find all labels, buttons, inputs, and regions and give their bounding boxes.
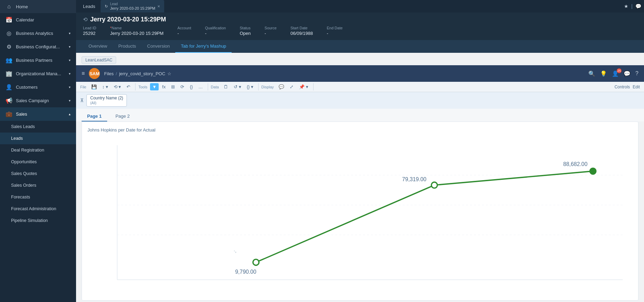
config-icon: ⚙ xyxy=(6,43,12,50)
sidebar: ⌂ Home 📅 Calendar ◎ Business Analytics ▾… xyxy=(0,0,76,302)
sac-path-file[interactable]: jerry_covid_story_POC xyxy=(119,71,165,76)
display-group-label: Display xyxy=(261,85,274,89)
formula-button[interactable]: fx xyxy=(160,83,168,90)
filter-expand-icon[interactable]: ⊼ xyxy=(80,98,84,103)
sidebar-item-calendar[interactable]: 📅 Calendar xyxy=(0,13,76,27)
sidebar-sub-label: Deal Registration xyxy=(11,148,44,153)
star-favorite-icon[interactable]: ☆ xyxy=(167,71,171,76)
record-title: Jerry 2020-03-20 15:29PM xyxy=(90,16,166,23)
share-button[interactable]: ⟲ ▾ xyxy=(112,83,123,90)
chart-point-1[interactable] xyxy=(253,259,259,265)
sidebar-item-sales-orders[interactable]: Sales Orders xyxy=(0,179,76,191)
search-icon[interactable]: 🔍 xyxy=(588,70,595,77)
edit-label[interactable]: Edit xyxy=(633,85,640,89)
star-icon[interactable]: ★ xyxy=(624,3,628,9)
filter-chip-sub: (All) xyxy=(90,101,96,105)
field-value-source: - xyxy=(264,31,277,36)
sidebar-item-forecasts[interactable]: Forecasts xyxy=(0,191,76,203)
help-icon[interactable]: ? xyxy=(635,70,638,77)
field-label-start-date: Start Date xyxy=(290,26,313,30)
field-label-qualification: Qualification xyxy=(205,26,226,30)
tab-overview[interactable]: Overview xyxy=(83,40,113,53)
grid-button[interactable]: ⊞ xyxy=(169,83,177,90)
controls-label[interactable]: Controls xyxy=(615,85,630,89)
data-grid-button[interactable]: 🗒 xyxy=(222,83,230,90)
record-header: ⟲ Jerry 2020-03-20 15:29PM Lead ID 25292… xyxy=(76,12,644,40)
sidebar-item-sales[interactable]: 💼 Sales ▴ xyxy=(0,107,76,121)
sidebar-item-customers[interactable]: 👤 Customers ▾ xyxy=(0,80,76,94)
sac-page-tab-1[interactable]: Page 1 xyxy=(82,111,107,121)
sidebar-item-deal-registration[interactable]: Deal Registration xyxy=(0,144,76,156)
lightbulb-icon[interactable]: 💡 xyxy=(600,70,607,77)
chart-label-3: 88,682.00 xyxy=(563,161,587,167)
lead-tab[interactable]: ↻ Lead Jerry 2020-03-20 15:29PM ✕ xyxy=(101,0,164,12)
field-name: *Name Jerry 2020-03-20 15:29PM xyxy=(110,26,164,36)
comment-display-button[interactable]: 💬 xyxy=(277,83,286,90)
bookmark-button[interactable]: 📌 ▾ xyxy=(297,83,310,90)
sidebar-item-label: Organizational Mana... xyxy=(16,71,61,76)
filter-chip-country[interactable]: Country Name (2) (All) xyxy=(86,94,127,107)
hamburger-icon[interactable]: ≡ xyxy=(82,70,85,77)
header-nav: ⟲ Jerry 2020-03-20 15:29PM xyxy=(83,16,637,23)
chart-svg-container: 9,790.00 79,319.00 88,682.00 ·, xyxy=(87,135,633,295)
chart-point-3[interactable] xyxy=(590,168,596,174)
tab-close-icon[interactable]: ✕ xyxy=(157,4,160,8)
calendar-icon: 📅 xyxy=(6,17,12,23)
sidebar-sub-label: Forecasts xyxy=(11,195,30,199)
save-button[interactable]: 💾 xyxy=(89,83,99,90)
file-toolbar-group: File 💾 ↕ ▾ ⟲ ▾ ↶ xyxy=(80,83,136,90)
chevron-down-icon: ▾ xyxy=(69,99,71,103)
sidebar-item-pipeline-simulation[interactable]: Pipeline Simulation xyxy=(0,215,76,226)
filter-button[interactable]: ▼ xyxy=(150,83,159,90)
top-bar-title: Leads xyxy=(79,4,99,9)
sidebar-item-sales-leads[interactable]: Sales Leads xyxy=(0,121,76,133)
chart-label-2: 79,319.00 xyxy=(402,176,426,182)
data-group-label: Data xyxy=(211,85,219,89)
sidebar-item-forecast-admin[interactable]: Forecast Administration xyxy=(0,203,76,215)
sidebar-item-business-partners[interactable]: 👥 Business Partners ▾ xyxy=(0,53,76,67)
more-tools-button[interactable]: … xyxy=(196,83,205,90)
fullscreen-button[interactable]: ⤢ xyxy=(288,83,296,90)
campaign-icon: 📢 xyxy=(6,97,12,104)
tab-products[interactable]: Products xyxy=(113,40,141,53)
chevron-up-icon: ▴ xyxy=(69,112,71,116)
sidebar-item-opportunities[interactable]: Opportunities xyxy=(0,156,76,168)
sidebar-item-leads[interactable]: Leads xyxy=(0,133,76,144)
sidebar-item-label: Business Analytics xyxy=(16,31,53,36)
sidebar-sub-label: Forecast Administration xyxy=(11,206,56,211)
export-button[interactable]: ↕ ▾ xyxy=(100,83,110,90)
notifications-icon[interactable]: 👤 25 xyxy=(612,70,619,77)
sidebar-item-home[interactable]: ⌂ Home xyxy=(0,0,76,13)
sac-page-tab-2[interactable]: Page 2 xyxy=(110,111,135,121)
data-script-button[interactable]: {} ▾ xyxy=(245,83,255,90)
sidebar-item-business-config[interactable]: ⚙ Business Configurat... ▾ xyxy=(0,40,76,53)
tab-jerrys-mashup[interactable]: Tab for Jerry's Mashup xyxy=(175,40,232,53)
sac-breadcrumb-path: Files / jerry_covid_story_POC ☆ xyxy=(104,71,171,76)
tools-toolbar-group: Tools ▼ fx ⊞ ⟳ {} … xyxy=(138,83,208,90)
tab-conversion[interactable]: Conversion xyxy=(142,40,176,53)
link-button[interactable]: ⟳ xyxy=(178,83,186,90)
sidebar-item-sales-campaign[interactable]: 📢 Sales Campaign ▾ xyxy=(0,94,76,107)
main-content: Leads ↻ Lead Jerry 2020-03-20 15:29PM ✕ … xyxy=(76,0,644,302)
field-qualification: Qualification - xyxy=(205,26,226,36)
field-account: Account - xyxy=(177,26,191,36)
chart-container: Johns Hopkins per Date for Actual xyxy=(82,121,638,301)
script-button[interactable]: {} xyxy=(188,83,195,90)
undo-button[interactable]: ↶ xyxy=(124,83,132,90)
display-toolbar-group: Display 💬 ⤢ 📌 ▾ xyxy=(261,83,314,90)
back-button[interactable]: ⟲ xyxy=(83,16,87,23)
comment-icon[interactable]: 💬 xyxy=(624,70,631,77)
sidebar-sub-label: Sales Orders xyxy=(11,183,36,188)
sidebar-sub-label: Leads xyxy=(11,136,23,141)
field-label-end-date: End Date xyxy=(327,26,343,30)
sac-path-files[interactable]: Files xyxy=(104,71,113,76)
org-icon: 🏢 xyxy=(6,70,12,77)
sidebar-item-org-management[interactable]: 🏢 Organizational Mana... ▾ xyxy=(0,67,76,80)
sidebar-item-business-analytics[interactable]: ◎ Business Analytics ▾ xyxy=(0,27,76,40)
sidebar-item-label: Home xyxy=(16,4,28,9)
sidebar-item-sales-quotes[interactable]: Sales Quotes xyxy=(0,168,76,179)
chat-icon[interactable]: 💬 xyxy=(635,3,641,9)
field-lead-id: Lead ID 25292 xyxy=(83,26,96,36)
chart-point-2[interactable] xyxy=(431,182,437,188)
refresh-button[interactable]: ↺ ▾ xyxy=(232,83,243,90)
